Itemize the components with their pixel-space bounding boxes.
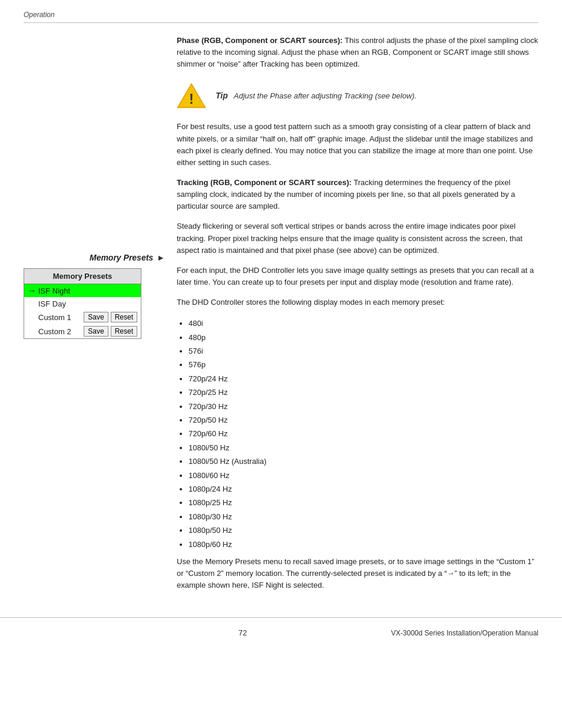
- left-column: Memory Presets ► Memory Presets → ISF Ni…: [24, 35, 171, 599]
- preset-label-isf-night: ISF Night: [38, 286, 137, 295]
- display-modes-list: 480i 480p 576i 576p 720p/24 Hz 720p/25 H…: [189, 317, 538, 551]
- custom1-reset-button[interactable]: Reset: [111, 312, 137, 322]
- no-arrow: [28, 312, 36, 322]
- custom1-save-button[interactable]: Save: [84, 312, 108, 322]
- memory-presets-table-header: Memory Presets: [24, 269, 141, 284]
- no-arrow: [28, 327, 36, 336]
- page-footer: 72 VX-3000d Series Installation/Operatio…: [0, 617, 562, 645]
- list-item: 720p/60 Hz: [189, 427, 538, 440]
- tracking2-paragraph: Steady flickering or several soft vertic…: [177, 220, 538, 256]
- memory-presets-footer: Use the Memory Presets menu to recall sa…: [177, 556, 538, 591]
- footer-page-number: 72: [94, 628, 391, 637]
- list-item: 720p/24 Hz: [189, 372, 538, 386]
- selected-arrow-icon: →: [28, 286, 36, 295]
- memory-presets-sidebar-heading: Memory Presets ►: [24, 253, 165, 262]
- tracking-lead: Tracking (RGB, Component or SCART source…: [177, 178, 352, 187]
- list-item: 1080p/30 Hz: [189, 510, 538, 523]
- arrow-right-icon: ►: [157, 253, 165, 262]
- table-row: ISF Day: [24, 297, 141, 310]
- page: Operation Memory Presets ► Memory Preset…: [0, 0, 562, 728]
- right-column: Phase (RGB, Component or SCART sources):…: [171, 35, 538, 599]
- phase-lead: Phase (RGB, Component or SCART sources):: [177, 36, 343, 45]
- list-item: 720p/25 Hz: [189, 386, 538, 399]
- list-item: 576i: [189, 344, 538, 358]
- list-item: 720p/50 Hz: [189, 413, 538, 427]
- list-item: 1080p/60 Hz: [189, 538, 538, 551]
- list-item: 1080i/60 Hz: [189, 469, 538, 482]
- list-item: 1080i/50 Hz: [189, 441, 538, 454]
- svg-text:!: !: [189, 91, 194, 107]
- preset-label-isf-day: ISF Day: [38, 299, 137, 308]
- tracking-paragraph: Tracking (RGB, Component or SCART source…: [177, 177, 538, 212]
- list-item: 480i: [189, 317, 538, 330]
- tip-text: Adjust the Phase after adjusting Trackin…: [234, 91, 416, 100]
- preset-label-custom1: Custom 1: [38, 313, 81, 322]
- tip-warning-icon: !: [177, 81, 206, 110]
- content-area: Memory Presets ► Memory Presets → ISF Ni…: [0, 23, 562, 599]
- memory-presets-intro: For each input, the DHD Controller lets …: [177, 265, 538, 288]
- list-item: 1080p/24 Hz: [189, 482, 538, 496]
- for-best-paragraph: For best results, use a good test patter…: [177, 121, 538, 169]
- phase-paragraph: Phase (RGB, Component or SCART sources):…: [177, 35, 538, 70]
- list-item: 480p: [189, 331, 538, 344]
- operation-label: Operation: [0, 0, 562, 22]
- list-item: 720p/30 Hz: [189, 400, 538, 413]
- table-row: Custom 2 Save Reset: [24, 324, 141, 338]
- list-item: 1080i/50 Hz (Australia): [189, 454, 538, 468]
- memory-presets-heading-text: Memory Presets: [90, 253, 153, 262]
- list-item: 1080p/25 Hz: [189, 496, 538, 509]
- no-arrow: [28, 299, 36, 308]
- tip-label: Tip: [216, 91, 228, 100]
- preset-label-custom2: Custom 2: [38, 327, 81, 336]
- memory-presets-table: Memory Presets → ISF Night ISF Day Custo…: [24, 268, 141, 339]
- memory-presets-stores: The DHD Controller stores the following …: [177, 297, 538, 308]
- table-row: Custom 1 Save Reset: [24, 310, 141, 324]
- custom2-reset-button[interactable]: Reset: [111, 326, 137, 337]
- list-item: 576p: [189, 358, 538, 371]
- footer-manual-title: VX-3000d Series Installation/Operation M…: [391, 629, 538, 637]
- table-row: → ISF Night: [24, 284, 141, 297]
- custom2-save-button[interactable]: Save: [84, 326, 108, 337]
- list-item: 1080p/50 Hz: [189, 523, 538, 537]
- tip-box: ! Tip Adjust the Phase after adjusting T…: [177, 81, 538, 110]
